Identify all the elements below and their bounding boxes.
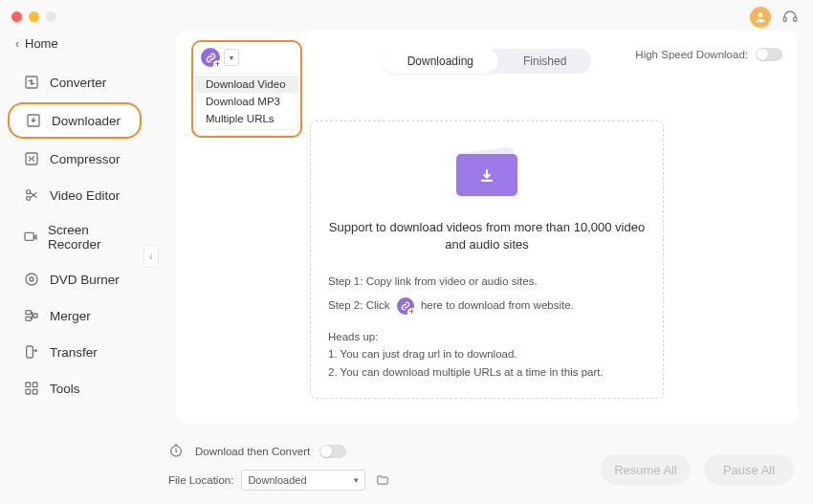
svg-rect-11 — [27, 346, 33, 358]
sidebar-item-transfer[interactable]: Transfer — [8, 336, 142, 368]
svg-point-3 — [27, 190, 31, 194]
collapse-sidebar-button[interactable]: ‹ — [143, 245, 159, 268]
tab-downloading[interactable]: Downloading — [383, 49, 498, 74]
compressor-icon — [23, 150, 40, 167]
tabs-segmented-control: Downloading Finished — [383, 49, 592, 74]
footer-buttons: Resume All Pause All — [601, 454, 794, 485]
sidebar-item-converter[interactable]: Converter — [8, 66, 142, 99]
paste-url-menu: Download Video Download MP3 Multiple URL… — [195, 73, 298, 130]
sidebar-item-label: DVD Burner — [50, 273, 120, 287]
svg-point-4 — [27, 196, 31, 200]
close-window-button[interactable] — [11, 11, 22, 22]
download-then-convert-label: Download then Convert — [195, 446, 310, 457]
sidebar-item-label: Merger — [50, 309, 91, 323]
footer: Download then Convert File Location: Dow… — [149, 433, 813, 504]
svg-rect-13 — [33, 383, 37, 387]
downloader-icon — [25, 112, 42, 129]
screen-recorder-icon — [23, 229, 38, 246]
svg-rect-17 — [783, 17, 786, 22]
menu-item-multiple-urls[interactable]: Multiple URLs — [196, 110, 297, 127]
sidebar-item-label: Video Editor — [50, 188, 120, 203]
file-location-select[interactable]: Downloaded ▾ — [241, 470, 365, 491]
high-speed-download-label: High Speed Download: — [635, 49, 748, 60]
paste-url-dropdown-wrap: ▾ Download Video Download MP3 Multiple U… — [191, 40, 302, 138]
high-speed-download-toggle[interactable] — [756, 48, 782, 61]
support-icon[interactable] — [780, 8, 800, 27]
resume-all-button[interactable]: Resume All — [601, 454, 691, 485]
tools-icon — [23, 380, 40, 397]
open-folder-button[interactable] — [373, 471, 392, 489]
card-header: ▾ Download Video Download MP3 Multiple U… — [191, 40, 782, 82]
sidebar-item-video-editor[interactable]: Video Editor — [8, 179, 142, 211]
window-controls — [0, 0, 149, 29]
paste-link-icon — [201, 48, 220, 67]
converter-icon — [23, 74, 40, 91]
menu-item-download-video[interactable]: Download Video — [196, 76, 297, 93]
svg-rect-15 — [33, 389, 37, 394]
maximize-window-button[interactable] — [46, 11, 56, 22]
home-link[interactable]: ‹ Home — [0, 29, 149, 58]
sidebar: ‹ Home Converter Downloader Compressor V… — [0, 0, 149, 504]
folder-illustration — [328, 144, 646, 202]
topbar — [149, 0, 813, 29]
tab-finished[interactable]: Finished — [498, 49, 591, 74]
svg-rect-9 — [26, 317, 31, 320]
menu-item-download-mp3[interactable]: Download MP3 — [196, 93, 297, 110]
sidebar-item-screen-recorder[interactable]: Screen Recorder — [8, 215, 142, 259]
video-editor-icon — [23, 186, 40, 204]
home-label: Home — [25, 36, 58, 51]
sidebar-item-downloader[interactable]: Downloader — [8, 102, 142, 139]
sidebar-item-label: Compressor — [50, 152, 121, 166]
sidebar-item-label: Screen Recorder — [48, 223, 126, 252]
main-area: ▾ Download Video Download MP3 Multiple U… — [149, 0, 813, 504]
svg-rect-18 — [794, 17, 797, 22]
minimize-window-button[interactable] — [29, 11, 39, 22]
clock-icon[interactable] — [168, 443, 186, 460]
svg-rect-10 — [33, 314, 37, 318]
content-card: ▾ Download Video Download MP3 Multiple U… — [176, 31, 798, 424]
chevron-left-icon: ‹ — [15, 37, 19, 51]
high-speed-download-setting: High Speed Download: — [635, 48, 782, 61]
empty-description: Support to download videos from more tha… — [328, 219, 646, 253]
step-1-text: Step 1: Copy link from video or audio si… — [328, 273, 646, 290]
paste-link-icon — [397, 297, 414, 315]
empty-state-panel: Support to download videos from more tha… — [310, 121, 664, 399]
sidebar-item-dvd-burner[interactable]: DVD Burner — [8, 263, 142, 296]
sidebar-item-label: Tools — [50, 382, 80, 396]
transfer-icon — [23, 343, 40, 361]
footer-left: Download then Convert File Location: Dow… — [168, 443, 392, 491]
chevron-down-icon[interactable]: ▾ — [224, 49, 239, 66]
svg-rect-5 — [25, 232, 33, 240]
sidebar-item-merger[interactable]: Merger — [8, 299, 142, 332]
sidebar-item-label: Converter — [50, 76, 106, 90]
heads-up-text: Heads up: 1. You can just drag url in to… — [328, 328, 646, 381]
sidebar-item-tools[interactable]: Tools — [8, 372, 142, 405]
download-then-convert-toggle[interactable] — [319, 445, 346, 458]
file-location-label: File Location: — [168, 474, 233, 486]
sidebar-item-compressor[interactable]: Compressor — [8, 142, 142, 175]
dvd-burner-icon — [23, 271, 40, 288]
avatar[interactable] — [750, 7, 771, 28]
sidebar-item-label: Downloader — [52, 114, 121, 128]
sidebar-nav: Converter Downloader Compressor Video Ed… — [0, 64, 149, 406]
pause-all-button[interactable]: Pause All — [704, 454, 794, 485]
svg-point-7 — [30, 277, 33, 281]
step-2-text: Step 2: Click here to download from webs… — [328, 296, 646, 315]
svg-rect-12 — [26, 383, 31, 387]
svg-rect-8 — [26, 311, 31, 315]
svg-point-6 — [26, 274, 37, 285]
chevron-down-icon: ▾ — [354, 475, 359, 485]
sidebar-item-label: Transfer — [50, 345, 98, 360]
paste-url-button[interactable]: ▾ — [195, 44, 298, 71]
merger-icon — [23, 307, 40, 324]
svg-rect-14 — [26, 389, 31, 394]
svg-point-16 — [758, 12, 763, 17]
